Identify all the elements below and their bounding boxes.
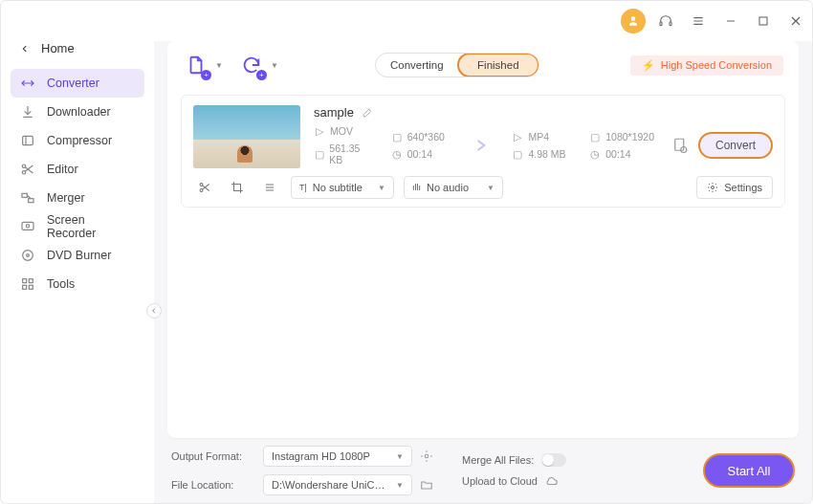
- file-location-dropdown[interactable]: D:\Wondershare UniConverter 1 ▼: [263, 474, 412, 495]
- upload-label: Upload to Cloud: [462, 475, 538, 487]
- video-format-icon: ▷: [314, 125, 325, 137]
- output-format-row: Output Format: Instagram HD 1080P ▼: [171, 446, 433, 467]
- convert-button[interactable]: Convert: [698, 132, 773, 159]
- svg-rect-0: [660, 22, 662, 26]
- start-all-button[interactable]: Start All: [703, 453, 795, 488]
- video-thumbnail[interactable]: [193, 105, 300, 168]
- audio-dropdown[interactable]: ıllı No audio ▼: [404, 176, 503, 199]
- support-headset-icon[interactable]: [651, 7, 680, 35]
- status-tabs: Converting Finished: [375, 53, 539, 77]
- window-close-button[interactable]: [781, 7, 810, 35]
- plus-badge-icon: +: [201, 70, 211, 80]
- bottom-left: Output Format: Instagram HD 1080P ▼ File…: [171, 446, 433, 495]
- row-settings-button[interactable]: Settings: [696, 176, 773, 199]
- svg-rect-25: [29, 279, 33, 283]
- svg-rect-1: [670, 22, 671, 26]
- file-meta-grid: ▷MOV ▢561.35 KB ▢640*360 ◷00:14: [314, 125, 773, 165]
- app-body: Home Converter Downloader Compressor Edi…: [1, 41, 812, 503]
- sidebar-item-merger[interactable]: Merger: [11, 184, 144, 212]
- chevron-down-icon: ▼: [487, 184, 494, 192]
- svg-point-37: [712, 186, 714, 189]
- output-format-label: Output Format:: [171, 450, 255, 462]
- svg-rect-24: [23, 279, 27, 283]
- home-label: Home: [41, 41, 75, 55]
- svg-point-31: [200, 188, 203, 191]
- sidebar-item-screen-recorder[interactable]: Screen Recorder: [11, 212, 144, 241]
- audio-wave-icon: ıllı: [412, 183, 421, 192]
- svg-rect-27: [29, 285, 33, 289]
- svg-point-22: [23, 251, 33, 261]
- video-format-icon: ▷: [512, 131, 523, 142]
- sidebar-item-downloader[interactable]: Downloader: [11, 98, 144, 126]
- bolt-icon: ⚡: [642, 59, 655, 72]
- sidebar-item-label: Converter: [47, 77, 99, 90]
- sidebar-item-tools[interactable]: Tools: [11, 270, 144, 298]
- add-url-button[interactable]: +: [238, 52, 265, 78]
- edit-pencil-icon[interactable]: [362, 106, 374, 119]
- bottom-mid: Merge All Files: Upload to Cloud: [462, 453, 566, 488]
- tab-finished[interactable]: Finished: [457, 53, 539, 77]
- sidebar-collapse-button[interactable]: [146, 303, 162, 318]
- sidebar-item-editor[interactable]: Editor: [11, 155, 144, 184]
- title-bar: [1, 1, 812, 41]
- dvd-icon: [20, 248, 35, 263]
- nav-list: Converter Downloader Compressor Editor M…: [1, 65, 154, 298]
- sidebar-item-converter[interactable]: Converter: [11, 69, 144, 98]
- file-name-row: sample: [314, 105, 773, 120]
- output-settings-gear-icon[interactable]: [420, 449, 433, 463]
- convert-side: Convert: [671, 132, 773, 159]
- svg-rect-18: [29, 199, 33, 203]
- sidebar: Home Converter Downloader Compressor Edi…: [1, 41, 154, 503]
- file-row-bottom: T| No subtitle ▼ ıllı No audio ▼ Setting…: [193, 176, 773, 199]
- sidebar-item-dvd-burner[interactable]: DVD Burner: [11, 241, 144, 270]
- arrow-right-icon: [468, 136, 494, 155]
- output-settings-icon[interactable]: [671, 137, 689, 154]
- settings-label: Settings: [724, 182, 762, 193]
- subtitle-dropdown[interactable]: T| No subtitle ▼: [291, 176, 394, 199]
- subtitle-t-icon: T|: [299, 183, 307, 192]
- home-back-button[interactable]: Home: [1, 41, 154, 65]
- add-file-button[interactable]: +: [183, 52, 209, 78]
- window-minimize-button[interactable]: [716, 7, 745, 35]
- file-meta: sample ▷MOV ▢561.35 KB ▢640*360: [314, 105, 773, 165]
- duration-icon: ◷: [589, 148, 601, 160]
- cloud-upload-icon[interactable]: [545, 474, 559, 488]
- open-folder-icon[interactable]: [420, 478, 433, 492]
- user-avatar-button[interactable]: [619, 7, 648, 35]
- sidebar-item-compressor[interactable]: Compressor: [11, 126, 144, 155]
- file-location-value: D:\Wondershare UniConverter 1: [272, 479, 390, 491]
- hamburger-menu-icon[interactable]: [684, 7, 713, 35]
- files-area: sample ▷MOV ▢561.35 KB ▢640*360: [167, 89, 799, 438]
- crop-button[interactable]: [226, 177, 249, 198]
- high-speed-label: High Speed Conversion: [661, 59, 772, 71]
- high-speed-conversion-button[interactable]: ⚡ High Speed Conversion: [630, 55, 783, 76]
- scissors-icon: [20, 162, 35, 177]
- svg-point-30: [200, 184, 203, 186]
- audio-value: No audio: [427, 182, 469, 193]
- duration-icon: ◷: [391, 148, 403, 160]
- svg-rect-6: [759, 17, 767, 25]
- output-format-dropdown[interactable]: Instagram HD 1080P ▼: [263, 446, 412, 467]
- trim-cut-button[interactable]: [193, 177, 216, 198]
- effects-list-button[interactable]: [258, 177, 281, 198]
- screen-recorder-icon: [20, 219, 35, 234]
- add-url-dropdown-caret[interactable]: ▼: [271, 61, 278, 70]
- svg-point-14: [22, 171, 25, 174]
- file-row: sample ▷MOV ▢561.35 KB ▢640*360: [181, 95, 785, 208]
- window-maximize-button[interactable]: [749, 7, 778, 35]
- src-col-2: ▢640*360 ◷00:14: [391, 131, 451, 160]
- merge-toggle[interactable]: [541, 453, 566, 467]
- subtitle-value: No subtitle: [313, 182, 363, 193]
- main-panel: + ▼ + ▼ Converting Finished ⚡ High Speed…: [154, 41, 812, 503]
- chevron-down-icon: ▼: [378, 184, 385, 192]
- converter-icon: [20, 76, 35, 91]
- plus-badge-icon: +: [256, 70, 267, 80]
- file-size-icon: ▢: [314, 148, 324, 160]
- merge-label: Merge All Files:: [462, 454, 534, 466]
- chevron-down-icon: ▼: [396, 481, 404, 490]
- tools-grid-icon: [20, 276, 35, 292]
- sidebar-item-label: Compressor: [47, 134, 112, 147]
- svg-point-21: [26, 225, 29, 228]
- add-file-dropdown-caret[interactable]: ▼: [215, 61, 223, 70]
- tab-converting[interactable]: Converting: [376, 54, 458, 77]
